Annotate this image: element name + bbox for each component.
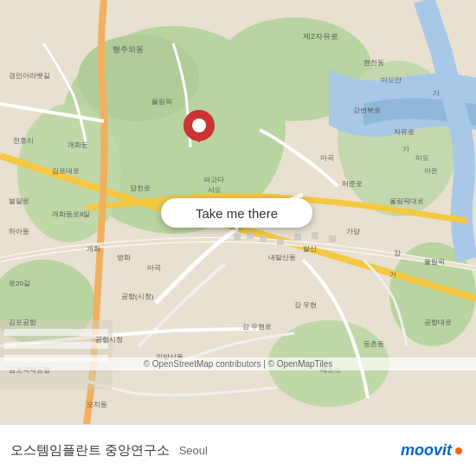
bottom-bar: 오스템임플란트 중앙연구소 Seoul moovit [0, 424, 476, 476]
svg-text:공항대로: 공항대로 [424, 318, 452, 326]
svg-text:개화동: 개화동 [68, 141, 88, 149]
svg-text:전호리: 전호리 [13, 137, 34, 145]
svg-rect-11 [4, 342, 108, 349]
svg-text:서도: 서도 [208, 186, 222, 194]
svg-text:방화: 방화 [117, 254, 131, 261]
svg-rect-19 [329, 235, 336, 242]
take-me-there-label: Take me there [196, 206, 278, 221]
svg-text:미도: 미도 [415, 154, 429, 162]
svg-text:허준로: 허준로 [342, 180, 363, 188]
svg-rect-10 [4, 329, 108, 336]
svg-text:올림픽: 올림픽 [151, 98, 172, 106]
svg-rect-18 [312, 232, 318, 239]
take-me-there-button[interactable]: Take me there [161, 198, 312, 228]
svg-text:공항(시청): 공항(시청) [121, 293, 154, 300]
svg-text:김포공항: 김포공항 [9, 318, 36, 326]
place-info: 오스템임플란트 중앙연구소 Seoul [10, 442, 208, 459]
svg-text:마곡: 마곡 [147, 264, 161, 272]
svg-text:마곡: 마곡 [320, 154, 334, 162]
moovit-logo: moovit [401, 441, 462, 460]
svg-text:현천동: 현천동 [363, 59, 384, 67]
svg-text:하아동: 하아동 [9, 228, 29, 235]
svg-text:가: 가 [433, 89, 440, 97]
svg-text:등촌동: 등촌동 [363, 340, 384, 348]
svg-text:마도안: 마도안 [381, 76, 402, 84]
svg-text:벌말로: 벌말로 [9, 197, 29, 205]
moovit-dot [455, 447, 462, 454]
svg-text:아온: 아온 [424, 167, 438, 175]
moovit-text: moovit [401, 441, 452, 460]
svg-text:발산: 발산 [303, 245, 317, 253]
svg-text:파고다: 파고다 [203, 176, 224, 183]
svg-text:양천로: 양천로 [130, 184, 151, 192]
svg-rect-15 [260, 235, 267, 242]
svg-text:강 우현: 강 우현 [294, 301, 317, 309]
svg-text:개화: 개화 [87, 245, 100, 253]
place-name: 오스템임플란트 중앙연구소 [10, 442, 170, 457]
svg-text:경인아라뱃길: 경인아라뱃길 [9, 72, 50, 80]
svg-text:김포대로: 김포대로 [52, 167, 80, 175]
svg-text:가양: 가양 [346, 228, 360, 235]
svg-text:가: 가 [402, 145, 409, 153]
svg-text:가: 가 [389, 271, 396, 279]
map-container: 행주외동 제2자유로 현천동 경인아라뱃길 전호리 김포대로 벌말로 개화동 개… [0, 0, 476, 424]
city-name: Seoul [179, 444, 208, 457]
svg-rect-17 [294, 234, 301, 241]
svg-rect-13 [234, 234, 241, 241]
svg-text:공항시청: 공항시청 [95, 336, 123, 344]
svg-text:오치동: 오치동 [87, 401, 107, 408]
svg-rect-16 [277, 238, 284, 245]
svg-text:제2자유로: 제2자유로 [303, 32, 338, 41]
svg-text:강: 강 [394, 249, 401, 257]
svg-text:내발산동: 내발산동 [268, 254, 296, 261]
map-attribution: © OpenStreetMap contributors | © OpenMap… [0, 357, 476, 370]
svg-text:자유로: 자유로 [394, 128, 415, 136]
svg-text:강 우현로: 강 우현로 [242, 323, 272, 331]
svg-text:강변북로: 강변북로 [353, 106, 381, 114]
svg-text:로20길: 로20길 [9, 280, 30, 287]
svg-text:개화동로8일: 개화동로8일 [52, 210, 90, 218]
svg-text:행주외동: 행주외동 [113, 45, 144, 54]
svg-text:올림픽대로: 올림픽대로 [389, 197, 424, 205]
svg-point-69 [192, 119, 206, 132]
svg-rect-14 [247, 232, 254, 239]
svg-text:올림픽: 올림픽 [424, 258, 445, 266]
